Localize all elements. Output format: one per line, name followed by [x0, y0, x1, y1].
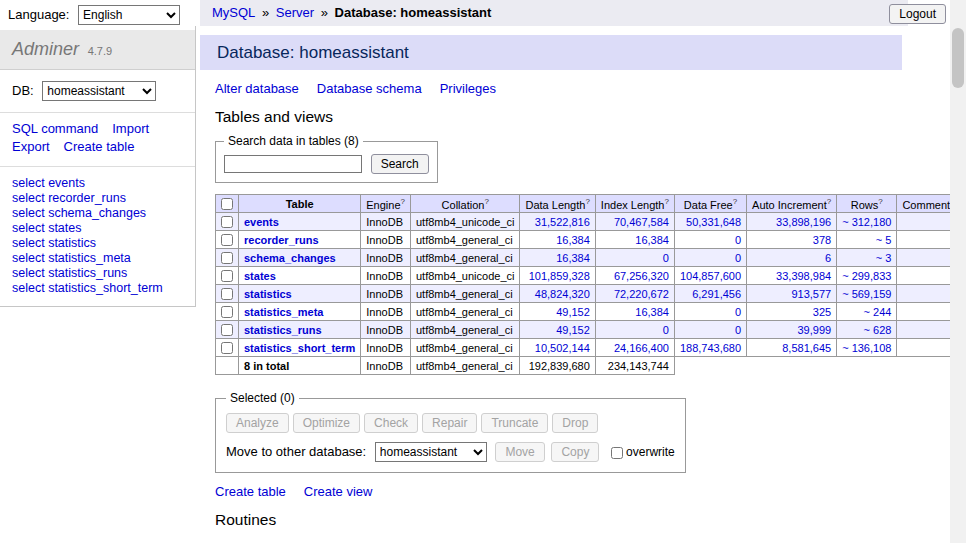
sidebar-link-create-table[interactable]: Create table [64, 139, 135, 154]
sidebar-link-sql-command[interactable]: SQL command [12, 121, 98, 136]
db-select[interactable]: homeassistant [42, 81, 156, 101]
rows-cell: ~ 136,108 [837, 339, 897, 357]
scrollbar[interactable] [950, 0, 966, 543]
row-select-cell [216, 267, 239, 285]
sidebar-select-recorder-runs[interactable]: select recorder_runs [12, 191, 183, 206]
data-free-link[interactable]: 0 [735, 234, 741, 246]
table-link-states[interactable]: states [244, 270, 276, 282]
search-button[interactable]: Search [371, 154, 429, 174]
create-table-link[interactable]: Create table [215, 484, 286, 499]
data-length-link[interactable]: 49,152 [556, 324, 590, 336]
help-link[interactable]: ? [585, 197, 589, 206]
alter-database-link[interactable]: Alter database [215, 81, 299, 96]
rows-link[interactable]: ~ 628 [864, 324, 892, 336]
index-length-link[interactable]: 70,467,584 [614, 216, 669, 228]
sidebar-select-statistics-runs[interactable]: select statistics_runs [12, 266, 183, 281]
index-length-link[interactable]: 67,256,320 [614, 270, 669, 282]
table-link-events[interactable]: events [244, 216, 279, 228]
sidebar-select-schema-changes[interactable]: select schema_changes [12, 206, 183, 221]
data-length-link[interactable]: 31,522,816 [535, 216, 590, 228]
data-length-link[interactable]: 16,384 [556, 234, 590, 246]
table-link-recorder-runs[interactable]: recorder_runs [244, 234, 319, 246]
data-free-link[interactable]: 188,743,680 [680, 342, 741, 354]
row-checkbox-statistics-meta[interactable] [221, 306, 233, 318]
drop-button: Drop [552, 413, 598, 433]
data-length-link[interactable]: 48,824,320 [535, 288, 590, 300]
rows-link[interactable]: ~ 244 [864, 306, 892, 318]
rows-cell: ~ 3 [837, 249, 897, 267]
search-input[interactable] [224, 155, 362, 173]
row-checkbox-events[interactable] [221, 216, 233, 228]
table-link-statistics[interactable]: statistics [244, 288, 292, 300]
row-select-cell [216, 249, 239, 267]
create-view-link[interactable]: Create view [304, 484, 373, 499]
sidebar-select-states[interactable]: select states [12, 221, 183, 236]
auto-increment-link[interactable]: 325 [813, 306, 831, 318]
auto-increment-link[interactable]: 39,999 [798, 324, 832, 336]
index-length-link[interactable]: 24,166,400 [614, 342, 669, 354]
select-all-checkbox[interactable] [221, 198, 233, 210]
sidebar-select-statistics-short-term[interactable]: select statistics_short_term [12, 281, 183, 296]
auto-increment-link[interactable]: 378 [813, 234, 831, 246]
data-length-link[interactable]: 10,502,144 [535, 342, 590, 354]
auto-increment-link[interactable]: 6 [825, 252, 831, 264]
index-length-link[interactable]: 16,384 [635, 234, 669, 246]
help-link[interactable]: ? [827, 197, 831, 206]
data-free-link[interactable]: 0 [735, 252, 741, 264]
privileges-link[interactable]: Privileges [440, 81, 496, 96]
logout-button[interactable]: Logout [889, 4, 946, 24]
help-link[interactable]: ? [401, 197, 405, 206]
rows-link[interactable]: ~ 5 [876, 234, 892, 246]
rows-link[interactable]: ~ 299,833 [842, 270, 891, 282]
data-length-link[interactable]: 101,859,328 [529, 270, 590, 282]
table-link-statistics-meta[interactable]: statistics_meta [244, 306, 324, 318]
move-db-select[interactable]: homeassistant [375, 442, 487, 462]
help-link[interactable]: ? [878, 197, 882, 206]
rows-link[interactable]: ~ 3 [876, 252, 892, 264]
row-checkbox-statistics-runs[interactable] [221, 324, 233, 336]
row-checkbox-statistics[interactable] [221, 288, 233, 300]
data-length-link[interactable]: 16,384 [556, 252, 590, 264]
data-free-link[interactable]: 104,857,600 [680, 270, 741, 282]
data-free-link[interactable]: 0 [735, 324, 741, 336]
auto-increment-link[interactable]: 33,398,984 [776, 270, 831, 282]
help-link[interactable]: ? [484, 197, 488, 206]
data-free-link[interactable]: 50,331,648 [686, 216, 741, 228]
table-row-schema-changes: schema_changesInnoDButf8mb4_general_ci16… [216, 249, 961, 267]
row-checkbox-states[interactable] [221, 270, 233, 282]
auto-increment-link[interactable]: 8,581,645 [782, 342, 831, 354]
auto-increment-link[interactable]: 913,577 [791, 288, 831, 300]
auto-increment-link[interactable]: 33,898,196 [776, 216, 831, 228]
help-link[interactable]: ? [733, 197, 737, 206]
sidebar-select-statistics-meta[interactable]: select statistics_meta [12, 251, 183, 266]
rows-link[interactable]: ~ 312,180 [842, 216, 891, 228]
sidebar-link-import[interactable]: Import [112, 121, 149, 136]
sidebar-link-export[interactable]: Export [12, 139, 50, 154]
index-length-link[interactable]: 16,384 [635, 306, 669, 318]
index-length-link[interactable]: 72,220,672 [614, 288, 669, 300]
breadcrumb-link-mysql[interactable]: MySQL [212, 5, 255, 20]
rows-link[interactable]: ~ 136,108 [842, 342, 891, 354]
table-link-statistics-short-term[interactable]: statistics_short_term [244, 342, 355, 354]
row-checkbox-recorder-runs[interactable] [221, 234, 233, 246]
data-free-link[interactable]: 0 [735, 306, 741, 318]
sidebar-select-events[interactable]: select events [12, 176, 183, 191]
index-length-link[interactable]: 0 [663, 324, 669, 336]
adminer-logo-link[interactable]: Adminer [12, 39, 79, 59]
table-link-schema-changes[interactable]: schema_changes [244, 252, 336, 264]
rows-link[interactable]: ~ 569,159 [842, 288, 891, 300]
help-link[interactable]: ? [664, 197, 668, 206]
scrollbar-thumb[interactable] [952, 28, 964, 88]
row-checkbox-schema-changes[interactable] [221, 252, 233, 264]
index-length-link[interactable]: 0 [663, 252, 669, 264]
data-free-link[interactable]: 6,291,456 [692, 288, 741, 300]
sidebar-select-statistics[interactable]: select statistics [12, 236, 183, 251]
data-length-link[interactable]: 49,152 [556, 306, 590, 318]
language-select[interactable]: English [78, 5, 180, 25]
row-checkbox-statistics-short-term[interactable] [221, 342, 233, 354]
table-row-states: statesInnoDButf8mb4_unicode_ci101,859,32… [216, 267, 961, 285]
database-schema-link[interactable]: Database schema [317, 81, 422, 96]
breadcrumb-link-server[interactable]: Server [276, 5, 314, 20]
table-link-statistics-runs[interactable]: statistics_runs [244, 324, 322, 336]
overwrite-checkbox[interactable] [611, 447, 623, 459]
